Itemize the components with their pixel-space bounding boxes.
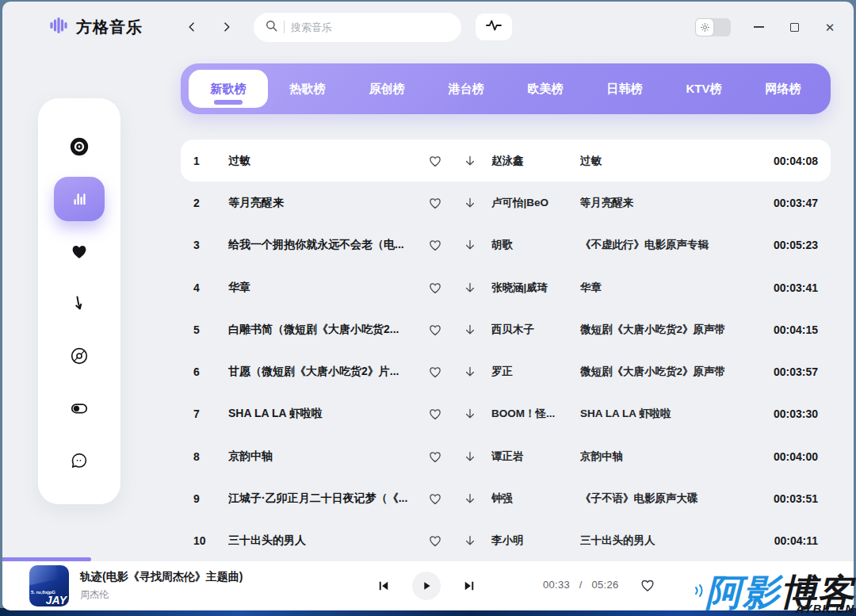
download-arrow-icon [463, 492, 477, 506]
song-row-3[interactable]: 3给我一个拥抱你就永远不会老（电...胡歌《不虚此行》电影原声专辑00:05:2… [181, 224, 831, 266]
song-album: 《子不语》电影原声大碟 [580, 492, 742, 506]
time-separator: / [579, 579, 583, 591]
heart-outline-icon [428, 450, 442, 464]
download-button[interactable] [457, 492, 483, 506]
song-list: 1过敏赵泳鑫过敏00:04:082等月亮醒来卢可怡|BeO等月亮醒来00:03:… [181, 140, 831, 562]
favorite-heart-button[interactable] [422, 154, 449, 168]
download-button[interactable] [457, 154, 483, 168]
download-button[interactable] [457, 323, 483, 337]
download-arrow-icon [463, 323, 477, 337]
tab-0[interactable]: 新歌榜 [189, 70, 268, 108]
favorite-heart-button[interactable] [422, 534, 449, 548]
album-art[interactable]: 5. ru,6xjpG JAY [29, 565, 69, 606]
favorite-heart-button[interactable] [422, 323, 449, 337]
song-artist: 李小明 [491, 534, 572, 548]
download-button[interactable] [457, 365, 483, 379]
song-row-2[interactable]: 2等月亮醒来卢可怡|BeO等月亮醒来00:03:47 [181, 182, 831, 224]
favorite-heart-button[interactable] [422, 365, 449, 379]
tab-5[interactable]: 日韩榜 [585, 70, 664, 108]
record-disc-icon [69, 136, 90, 157]
download-button[interactable] [457, 450, 483, 464]
song-duration: 00:05:23 [750, 239, 818, 251]
song-rank: 5 [193, 323, 220, 336]
favorite-heart-button[interactable] [422, 450, 449, 464]
now-playing-artist: 周杰伦 [80, 588, 243, 602]
song-rank: 6 [193, 365, 220, 378]
previous-track-button[interactable] [376, 579, 391, 593]
next-track-icon [462, 579, 476, 593]
song-rank: 3 [193, 239, 220, 251]
tab-bar: 新歌榜热歌榜原创榜港台榜欧美榜日韩榜KTV榜网络榜 [181, 63, 831, 114]
sidebar-item-download[interactable] [38, 277, 120, 330]
favorite-heart-button[interactable] [422, 407, 449, 421]
song-title: SHA LA LA 虾啦啦 [228, 407, 414, 421]
heart-outline-icon [428, 407, 442, 421]
song-row-1[interactable]: 1过敏赵泳鑫过敏00:04:08 [181, 140, 831, 182]
song-album: 微短剧《大唐小吃货2》原声带 [580, 323, 742, 337]
heart-outline-icon [428, 534, 442, 548]
tab-6[interactable]: KTV榜 [664, 70, 743, 108]
sidebar-item-record[interactable] [38, 121, 120, 173]
total-time: 05:26 [591, 579, 618, 591]
previous-track-icon [376, 579, 391, 593]
tab-3[interactable]: 港台榜 [426, 70, 506, 108]
playback-progress-bar[interactable] [2, 557, 91, 561]
play-icon [420, 580, 433, 592]
toggle-icon [69, 398, 90, 419]
song-artist: 赵泳鑫 [491, 154, 572, 168]
sidebar-item-toggle[interactable] [38, 382, 120, 434]
song-row-7[interactable]: 7SHA LA LA 虾啦啦BOOM！怪...SHA LA LA 虾啦啦00:0… [181, 393, 831, 435]
download-button[interactable] [457, 196, 483, 210]
download-arrow-icon [463, 450, 477, 464]
download-button[interactable] [457, 534, 483, 548]
song-row-9[interactable]: 9江城子·乙卯正月二十日夜记梦（《...钟强《子不语》电影原声大碟00:03:5… [181, 477, 831, 519]
song-row-10[interactable]: 10三十出头的男人李小明三十出头的男人00:04:11 [181, 520, 831, 562]
song-duration: 00:03:30 [750, 407, 818, 420]
song-title: 江城子·乙卯正月二十日夜记梦（《... [228, 492, 414, 506]
tab-2[interactable]: 原创榜 [347, 70, 426, 108]
sidebar [38, 98, 120, 504]
song-duration: 00:03:51 [750, 492, 818, 505]
favorite-heart-button[interactable] [422, 281, 449, 295]
favorite-heart-button[interactable] [422, 492, 449, 506]
song-album: SHA LA LA 虾啦啦 [580, 407, 742, 421]
song-title: 等月亮醒来 [228, 196, 414, 210]
sidebar-item-charts-active[interactable] [38, 173, 120, 225]
tab-1[interactable]: 热歌榜 [268, 70, 347, 108]
song-row-6[interactable]: 6甘愿（微短剧《大唐小吃货2》片...罗正微短剧《大唐小吃货2》原声带00:03… [181, 350, 831, 392]
song-artist: 西贝木子 [491, 323, 572, 337]
play-button[interactable] [412, 572, 441, 600]
favorite-song-button[interactable] [640, 577, 655, 596]
download-button[interactable] [457, 281, 483, 295]
sidebar-item-bubble[interactable] [38, 434, 120, 487]
next-track-button[interactable] [462, 579, 476, 593]
watermark-domain: AYBK.CN [796, 603, 854, 616]
heart-outline-icon [428, 238, 442, 252]
song-rank: 8 [193, 450, 220, 463]
song-duration: 00:03:57 [750, 365, 818, 378]
heart-outline-icon [428, 365, 442, 379]
download-arrow-icon [463, 238, 477, 252]
app-window: 方格音乐 [2, 2, 854, 610]
song-rank: 4 [193, 281, 220, 294]
tab-7[interactable]: 网络榜 [743, 70, 823, 108]
bubble-drop-icon [70, 451, 89, 470]
sidebar-item-cd[interactable] [38, 330, 120, 382]
watermark-text: 阿影博客 AYBK.CN [705, 572, 854, 613]
heart-outline-icon [428, 154, 442, 168]
favorite-heart-button[interactable] [422, 196, 449, 210]
sidebar-item-favorites[interactable] [38, 225, 120, 277]
tab-4[interactable]: 欧美榜 [506, 70, 585, 108]
song-row-8[interactable]: 8京韵中轴谭正岩京韵中轴00:04:00 [181, 435, 831, 477]
song-duration: 00:03:47 [750, 197, 818, 209]
song-row-5[interactable]: 5白雕书简（微短剧《大唐小吃货2...西贝木子微短剧《大唐小吃货2》原声带00:… [181, 308, 831, 350]
heart-outline-icon [640, 577, 655, 593]
download-button[interactable] [457, 238, 483, 252]
song-duration: 00:03:41 [750, 281, 818, 294]
watermark-sound-icon [693, 583, 704, 602]
song-row-4[interactable]: 4华章张晓涵|威琦华章00:03:41 [181, 266, 831, 308]
download-button[interactable] [457, 407, 483, 421]
favorite-heart-button[interactable] [422, 238, 449, 252]
song-artist: 卢可怡|BeO [491, 196, 572, 210]
download-arrow-icon [463, 407, 477, 421]
